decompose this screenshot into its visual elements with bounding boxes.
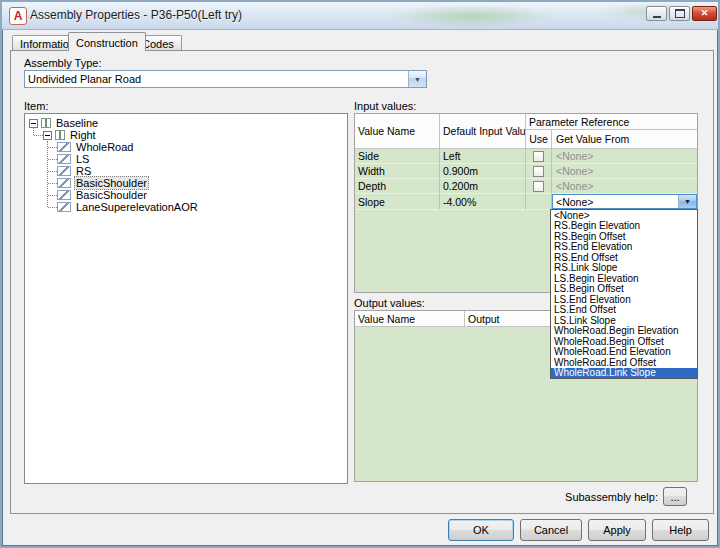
ok-button[interactable]: OK: [448, 519, 514, 541]
assembly-properties-dialog: A Assembly Properties - P36-P50(Left try…: [0, 0, 720, 548]
col-header-default-input-value: Default Input Value: [440, 114, 526, 149]
dropdown-option[interactable]: LS.Begin Elevation: [551, 273, 697, 284]
tree-connector: [33, 128, 34, 135]
subassembly-help-button[interactable]: ...: [663, 487, 687, 506]
tree-connector: [48, 207, 57, 208]
cell-width-default[interactable]: 0.900m: [440, 164, 526, 179]
tree-node-right[interactable]: Right: [43, 129, 98, 141]
item-tree: Baseline Right WholeRoad LS RS BasicShou…: [24, 113, 348, 484]
collapse-icon[interactable]: [29, 119, 38, 128]
tree-node-basicshoulder-2[interactable]: BasicShoulder: [57, 189, 149, 201]
cancel-button[interactable]: Cancel: [520, 519, 582, 541]
cell-side-default[interactable]: Left: [440, 149, 526, 164]
assembly-type-value: Undivided Planar Road: [25, 71, 408, 87]
tree-connector: [34, 135, 43, 136]
tree-connector: [48, 183, 57, 184]
dropdown-option[interactable]: <None>: [551, 210, 697, 221]
cell-width-use: [526, 164, 552, 179]
subassembly-icon: [57, 166, 71, 176]
dropdown-option[interactable]: RS.Begin Elevation: [551, 221, 697, 232]
col-header-use: Use: [526, 130, 552, 149]
titlebar[interactable]: A Assembly Properties - P36-P50(Left try…: [2, 2, 718, 30]
cell-width-name[interactable]: Width: [355, 164, 440, 179]
cell-side-name[interactable]: Side: [355, 149, 440, 164]
dropdown-option[interactable]: WholeRoad.Begin Elevation: [551, 326, 697, 337]
chevron-down-icon[interactable]: ▼: [408, 71, 426, 87]
tree-connector: [48, 195, 57, 196]
cell-side-get-value[interactable]: <None>: [552, 149, 697, 164]
cell-depth-name[interactable]: Depth: [355, 179, 440, 194]
dropdown-option[interactable]: LS.End Offset: [551, 305, 697, 316]
cell-slope-name[interactable]: Slope: [355, 194, 440, 210]
tree-node-ls[interactable]: LS: [57, 153, 91, 165]
tree-node-basicshoulder-selected[interactable]: BasicShoulder: [57, 177, 149, 189]
apply-button[interactable]: Apply: [588, 519, 646, 541]
dropdown-option[interactable]: RS.End Elevation: [551, 242, 697, 253]
dropdown-option[interactable]: RS.Begin Offset: [551, 231, 697, 242]
slope-get-value-combo[interactable]: <None> ▼: [552, 194, 697, 209]
tree-label: BasicShoulder: [74, 176, 149, 190]
baseline-icon: [41, 118, 51, 128]
cell-depth-default[interactable]: 0.200m: [440, 179, 526, 194]
assembly-type-label: Assembly Type:: [24, 57, 101, 69]
dropdown-option[interactable]: LS.End Elevation: [551, 294, 697, 305]
assembly-type-combo[interactable]: Undivided Planar Road ▼: [24, 70, 427, 88]
output-values-label: Output values:: [354, 297, 425, 309]
tree-connector: [48, 147, 57, 148]
tree-node-wholeroad[interactable]: WholeRoad: [57, 141, 135, 153]
dropdown-option-highlighted[interactable]: WholeRoad.Link Slope: [551, 368, 697, 379]
subassembly-icon: [57, 178, 71, 188]
dropdown-option[interactable]: WholeRoad.End Elevation: [551, 347, 697, 358]
minimize-button[interactable]: [646, 6, 667, 21]
cell-slope-use: [526, 194, 552, 210]
cell-width-get-value[interactable]: <None>: [552, 164, 697, 179]
tree-label: LS: [74, 153, 91, 165]
tree-node-lanesuperelevationaor[interactable]: LaneSuperelevationAOR: [57, 201, 200, 213]
subassembly-help-label: Subassembly help:: [552, 491, 658, 503]
chevron-down-icon[interactable]: ▼: [678, 195, 696, 208]
input-values-label: Input values:: [354, 100, 416, 112]
col-header-output-value-name: Value Name: [355, 311, 465, 327]
subassembly-icon: [57, 190, 71, 200]
window-title: Assembly Properties - P36-P50(Left try): [30, 8, 242, 22]
tree-label: BasicShoulder: [74, 189, 149, 201]
dropdown-option[interactable]: WholeRoad.End Offset: [551, 357, 697, 368]
close-button[interactable]: ✕: [692, 6, 717, 21]
dropdown-option[interactable]: WholeRoad.Begin Offset: [551, 336, 697, 347]
dropdown-option[interactable]: LS.Link Slope: [551, 315, 697, 326]
cell-depth-get-value[interactable]: <None>: [552, 179, 697, 194]
cell-slope-get-value: <None> ▼: [552, 194, 697, 210]
use-checkbox[interactable]: [533, 151, 544, 162]
subassembly-icon: [57, 202, 71, 212]
cell-side-use: [526, 149, 552, 164]
collapse-icon[interactable]: [43, 131, 52, 140]
cell-slope-default[interactable]: -4.00%: [440, 194, 526, 210]
help-button[interactable]: Help: [652, 519, 709, 541]
tree-label: LaneSuperelevationAOR: [74, 201, 200, 213]
app-icon: A: [9, 7, 27, 25]
dropdown-option[interactable]: LS.Begin Offset: [551, 284, 697, 295]
subassembly-icon: [57, 142, 71, 152]
tree-label: WholeRoad: [74, 141, 135, 153]
cell-depth-use: [526, 179, 552, 194]
group-icon: [55, 130, 65, 140]
get-value-from-dropdown-list: <None> RS.Begin Elevation RS.Begin Offse…: [550, 209, 698, 379]
close-icon: ✕: [701, 7, 709, 20]
tree-connector: [48, 171, 57, 172]
tree-label: Baseline: [54, 117, 100, 129]
col-header-parameter-reference: Parameter Reference: [526, 114, 697, 130]
col-header-get-value-from: Get Value From: [552, 130, 697, 149]
dropdown-option[interactable]: RS.End Offset: [551, 252, 697, 263]
item-label: Item:: [24, 100, 48, 112]
use-checkbox[interactable]: [533, 181, 544, 192]
tab-construction[interactable]: Construction: [68, 32, 146, 51]
maximize-button[interactable]: [669, 6, 690, 21]
dropdown-option[interactable]: RS.Link Slope: [551, 263, 697, 274]
tree-connector: [48, 159, 57, 160]
slope-combo-value: <None>: [553, 195, 678, 208]
col-header-value-name: Value Name: [355, 114, 440, 149]
tree-connector: [47, 141, 48, 207]
tree-node-baseline[interactable]: Baseline: [29, 117, 100, 129]
tree-label: Right: [68, 129, 98, 141]
use-checkbox[interactable]: [533, 166, 544, 177]
